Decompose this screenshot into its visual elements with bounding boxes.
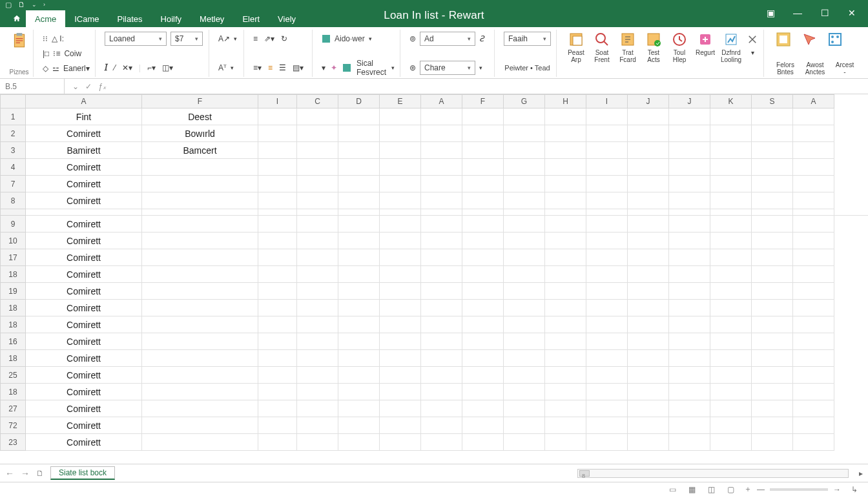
ribbon-bigbtn-1[interactable]: SoatFrent <box>592 31 612 63</box>
cell[interactable] <box>628 316 669 333</box>
cell[interactable] <box>258 232 297 249</box>
tab-metley[interactable]: Metley <box>191 10 233 27</box>
ribbon-bigbtn-4[interactable]: ToulHlep <box>669 31 690 63</box>
ribbon-big2-0[interactable]: FelorsBntes <box>773 61 798 76</box>
cell[interactable] <box>669 176 710 192</box>
cell[interactable] <box>338 300 380 316</box>
cell[interactable] <box>545 417 586 434</box>
cell[interactable] <box>504 333 545 350</box>
cell[interactable] <box>338 384 380 400</box>
row-header[interactable]: 1 <box>0 108 26 125</box>
cell[interactable] <box>669 300 710 316</box>
cell[interactable] <box>628 367 669 384</box>
cell[interactable] <box>669 316 710 333</box>
cell[interactable] <box>462 384 504 400</box>
cell[interactable] <box>380 125 421 142</box>
cell[interactable] <box>142 159 258 176</box>
cell[interactable] <box>462 192 504 209</box>
ribbon-display-icon[interactable]: ▣ <box>765 8 776 18</box>
cell[interactable] <box>421 316 462 333</box>
cell[interactable] <box>142 176 258 192</box>
align-right-icon[interactable]: ☰ <box>279 63 286 72</box>
ribbon-bigbtn-6[interactable]: DzfnrdLooling <box>721 31 741 63</box>
cell[interactable] <box>258 142 297 159</box>
number-format-icon[interactable]: ⊚ <box>409 34 416 43</box>
cell[interactable] <box>380 350 421 367</box>
cell[interactable] <box>421 350 462 367</box>
cell[interactable]: Comirett <box>26 384 142 400</box>
cell[interactable]: Comirett <box>26 367 142 384</box>
cell[interactable] <box>142 249 258 266</box>
ribbon-big2-1[interactable]: AwostAnctes <box>803 61 827 76</box>
sigma-icon[interactable]: Ƨ <box>479 34 484 43</box>
cell[interactable] <box>628 192 669 209</box>
cell[interactable] <box>504 192 545 209</box>
cell[interactable] <box>669 283 710 300</box>
cell[interactable] <box>338 316 380 333</box>
cell[interactable] <box>545 249 586 266</box>
zoom-in-icon[interactable]: → <box>833 485 841 494</box>
styles-btn-a[interactable] <box>773 31 794 48</box>
cell[interactable] <box>545 400 586 417</box>
cell[interactable] <box>297 266 338 283</box>
align-center-icon[interactable]: ≡ <box>268 63 273 72</box>
cell[interactable] <box>710 216 752 232</box>
cell[interactable] <box>545 300 586 316</box>
cell[interactable]: Comirett <box>26 350 142 367</box>
cell[interactable] <box>628 232 669 249</box>
cell[interactable] <box>462 283 504 300</box>
cell[interactable]: Comirett <box>26 125 142 142</box>
cell[interactable] <box>628 434 669 451</box>
col-header[interactable]: F <box>462 94 504 108</box>
cell[interactable]: Comirett <box>26 192 142 209</box>
cell[interactable] <box>710 249 752 266</box>
col-header[interactable]: A <box>421 94 462 108</box>
cell[interactable] <box>380 249 421 266</box>
cell[interactable] <box>628 350 669 367</box>
mini-eanerl[interactable]: Eanerl▾ <box>63 64 90 73</box>
cell[interactable] <box>380 400 421 417</box>
select-all-corner[interactable] <box>0 94 26 108</box>
col-header[interactable]: A <box>793 94 834 108</box>
row-header[interactable]: 72 <box>0 417 26 434</box>
wrap-text-icon[interactable] <box>322 34 331 43</box>
cell[interactable] <box>586 367 628 384</box>
row-header[interactable]: 18 <box>0 300 26 316</box>
zoom-out-icon[interactable]: ＋ <box>744 484 752 495</box>
ribbon-big2-2[interactable]: Arcest- <box>832 61 857 76</box>
view-normal-icon[interactable]: ▭ <box>666 485 678 494</box>
cell[interactable] <box>752 176 793 192</box>
cell[interactable] <box>752 159 793 176</box>
cell[interactable] <box>586 333 628 350</box>
cell[interactable] <box>421 159 462 176</box>
cell[interactable] <box>421 142 462 159</box>
cell[interactable] <box>462 159 504 176</box>
cell[interactable]: Bamcert <box>142 142 258 159</box>
cell[interactable] <box>462 316 504 333</box>
cell[interactable] <box>669 159 710 176</box>
sheet-tab-active[interactable]: Siate list bock <box>50 466 115 480</box>
cell[interactable] <box>586 384 628 400</box>
tab-acme[interactable]: Acme <box>26 10 65 27</box>
cell[interactable] <box>462 300 504 316</box>
row-header[interactable]: 18 <box>0 266 26 283</box>
col-header[interactable]: E <box>380 94 421 108</box>
cell[interactable] <box>628 333 669 350</box>
row-header[interactable]: 8 <box>0 192 26 209</box>
cell[interactable] <box>142 384 258 400</box>
row-header[interactable]: 18 <box>0 350 26 367</box>
cell[interactable] <box>297 417 338 434</box>
align-mid-icon[interactable]: ⇗▾ <box>264 34 274 43</box>
cell[interactable] <box>258 417 297 434</box>
percent-caret-icon[interactable]: ▾ <box>479 65 482 71</box>
cell[interactable] <box>338 142 380 159</box>
cell[interactable] <box>338 350 380 367</box>
cell[interactable] <box>297 249 338 266</box>
cell[interactable] <box>421 384 462 400</box>
cell[interactable] <box>586 142 628 159</box>
cell[interactable] <box>752 125 793 142</box>
col-header[interactable]: H <box>545 94 586 108</box>
cell[interactable]: Bowırld <box>142 125 258 142</box>
cell[interactable] <box>421 283 462 300</box>
row-header[interactable]: 10 <box>0 232 26 249</box>
